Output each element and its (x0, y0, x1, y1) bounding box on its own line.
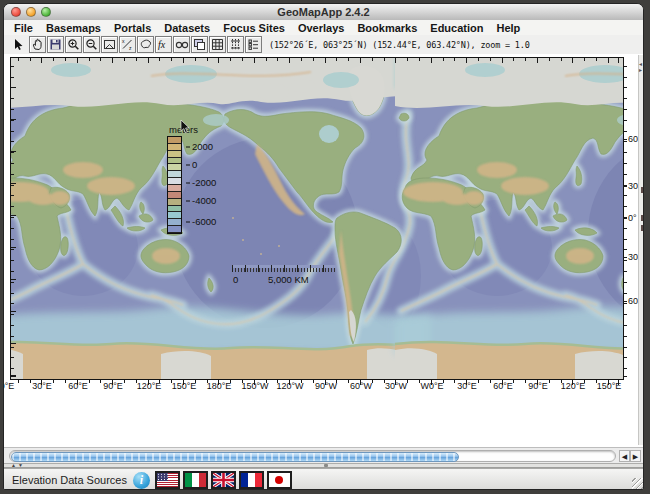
zoom-window-tool[interactable] (101, 36, 118, 53)
graticule-icon (229, 38, 242, 51)
lon-label: 90°W (315, 381, 337, 391)
graticule-tool[interactable] (227, 36, 244, 53)
japan-flag[interactable] (267, 471, 292, 489)
lon-label: 30°W (385, 381, 407, 391)
lon-label: 90°E (528, 381, 548, 391)
legend-segment (168, 158, 181, 165)
map-viewport: 0°E 30°E 60°E 90°E 120°E 150°E 180°E 150… (4, 54, 644, 447)
lon-label: 120°E (561, 381, 586, 391)
france-flag[interactable] (239, 471, 264, 489)
lon-label: 60°W (350, 381, 372, 391)
lon-label: 60°E (493, 381, 513, 391)
menu-education[interactable]: Education (430, 22, 483, 34)
divider-handle[interactable] (324, 464, 328, 467)
menu-datasets[interactable]: Datasets (164, 22, 210, 34)
lon-label: 30°E (457, 381, 477, 391)
mask-overlay-tool[interactable] (173, 36, 190, 53)
mouse-cursor-icon (180, 120, 191, 134)
scroll-left-button[interactable]: ◀ (619, 450, 630, 462)
zoom-in-tool[interactable] (65, 36, 82, 53)
app-window: GeoMapApp 2.4.2 File Basemaps Portals Da… (3, 3, 644, 490)
lat-label: 0° (628, 213, 637, 223)
scroll-right-button[interactable]: ▶ (630, 450, 641, 462)
legend-tick-label: -4000 (192, 195, 216, 206)
legend-tick-label: 2000 (192, 141, 213, 152)
pan-tool[interactable] (29, 36, 46, 53)
status-bar: Elevation Data Sources i (4, 468, 644, 490)
zoom-in-icon (67, 38, 80, 51)
scrollbar-track[interactable] (9, 450, 616, 462)
legend-segment (168, 151, 181, 158)
lon-label: 30°E (32, 381, 52, 391)
lon-label: 150°E (172, 381, 197, 391)
legend-segment (168, 212, 181, 219)
close-button[interactable] (11, 7, 21, 17)
lon-label: 180°E (207, 381, 232, 391)
grid-tool[interactable] (209, 36, 226, 53)
lon-label: 120°W (276, 381, 303, 391)
elevation-data-sources-label: Elevation Data Sources (12, 474, 127, 486)
legend-segment (168, 144, 181, 151)
world-map[interactable] (10, 57, 624, 380)
profile-tool[interactable]: xz (119, 36, 136, 53)
menu-bookmarks[interactable]: Bookmarks (357, 22, 417, 34)
legend-segment (168, 178, 181, 185)
distance-scale-label: 5,000 KM (268, 274, 309, 285)
union-jack-icon (213, 473, 234, 487)
zoom-out-tool[interactable] (83, 36, 100, 53)
distance-scale-zero: 0 (233, 274, 238, 285)
menu-help[interactable]: Help (496, 22, 520, 34)
zoom-rectangle-icon (103, 38, 116, 51)
menu-overlays[interactable]: Overlays (298, 22, 344, 34)
menu-basemaps[interactable]: Basemaps (46, 22, 101, 34)
elevation-legend[interactable]: meters 2000 0 -2000 -4000 - (167, 124, 198, 234)
select-arrow-tool[interactable] (10, 36, 27, 53)
lon-label: W0°E (420, 381, 443, 391)
legend-color-bar: 2000 0 -2000 -4000 -6000 (167, 136, 182, 234)
svg-text:z: z (129, 45, 132, 51)
overlay-windows-icon (193, 38, 206, 51)
horizontal-scrollbar[interactable]: ◀ ▶ (4, 447, 644, 463)
resize-grip[interactable] (632, 478, 644, 490)
legend-tick-label: 0 (192, 159, 197, 170)
zoom-out-icon (85, 38, 98, 51)
lon-label: 150°E (597, 381, 622, 391)
grid-icon (211, 38, 224, 51)
legend-segment (168, 164, 181, 171)
right-panel-strip: ◂▸ (638, 55, 644, 445)
window-title: GeoMapApp 2.4.2 (4, 4, 643, 20)
minimize-button[interactable] (26, 7, 36, 17)
image-overlay-tool[interactable] (191, 36, 208, 53)
legend-segment (168, 137, 181, 144)
cursor-coordinates-readout: (152°26´E, 063°25´N) (152.44°E, 063.42°N… (269, 40, 530, 50)
function-tool[interactable]: fx (155, 36, 172, 53)
usa-flag[interactable] (155, 471, 180, 489)
world-map-canvas (11, 58, 623, 379)
scrollbar-thumb[interactable] (11, 452, 459, 462)
layer-manager-tool[interactable] (245, 36, 262, 53)
glasses-icon (175, 38, 189, 51)
legend-segment (168, 226, 181, 233)
title-bar[interactable]: GeoMapApp 2.4.2 (4, 4, 643, 21)
zoom-button[interactable] (41, 7, 51, 17)
menu-file[interactable]: File (14, 22, 33, 34)
lasso-icon (139, 38, 152, 51)
fx-icon: fx (157, 38, 171, 51)
svg-text:x: x (122, 38, 125, 44)
lasso-tool[interactable] (137, 36, 154, 53)
italy-flag[interactable] (183, 471, 208, 489)
profile-icon: xz (121, 38, 134, 51)
menu-focus-sites[interactable]: Focus Sites (223, 22, 285, 34)
lon-label: 0°E (3, 381, 14, 391)
menu-portals[interactable]: Portals (114, 22, 151, 34)
lon-label: 150°W (241, 381, 268, 391)
save-tool[interactable] (47, 36, 64, 53)
uk-flag[interactable] (211, 471, 236, 489)
info-icon[interactable]: i (133, 472, 150, 489)
distance-scale: 0 5,000 KM (232, 265, 342, 285)
distance-scale-ruler (232, 265, 336, 272)
hand-icon (31, 38, 44, 51)
legend-tick-label: -6000 (192, 216, 216, 227)
legend-segment (168, 185, 181, 192)
splitter-arrows-icon[interactable]: ◂▸ (639, 61, 642, 73)
